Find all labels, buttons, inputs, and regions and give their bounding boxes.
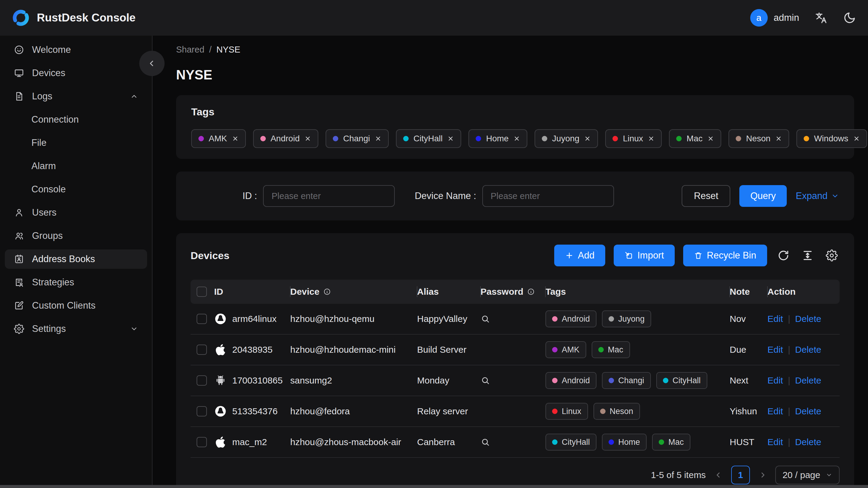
sidebar-item-devices[interactable]: Devices bbox=[5, 63, 147, 83]
table-settings-button[interactable] bbox=[824, 248, 840, 263]
close-icon[interactable] bbox=[375, 135, 381, 142]
avatar[interactable]: a bbox=[750, 9, 768, 27]
tag-chip[interactable]: Changi bbox=[326, 129, 389, 148]
id-filter-label: ID : bbox=[243, 190, 257, 202]
delete-link[interactable]: Delete bbox=[795, 344, 822, 355]
edit-link[interactable]: Edit bbox=[768, 375, 783, 386]
close-icon[interactable] bbox=[775, 135, 782, 142]
close-icon[interactable] bbox=[447, 135, 454, 142]
row-checkbox[interactable] bbox=[196, 406, 207, 417]
breadcrumb-parent[interactable]: Shared bbox=[176, 45, 205, 55]
recycle-bin-button[interactable]: Recycle Bin bbox=[683, 245, 767, 266]
add-device-button[interactable]: Add bbox=[554, 245, 605, 266]
column-header-device[interactable]: Device bbox=[290, 286, 319, 297]
column-header-alias[interactable]: Alias bbox=[417, 286, 439, 297]
sidebar-item-groups[interactable]: Groups bbox=[5, 226, 147, 245]
tag-chip: CityHall bbox=[656, 372, 707, 389]
sidebar-collapse-button[interactable] bbox=[139, 51, 164, 76]
user-menu[interactable]: a admin bbox=[750, 9, 799, 27]
sidebar-item-settings[interactable]: Settings bbox=[5, 319, 147, 338]
magnifier-icon[interactable] bbox=[480, 376, 490, 385]
tag-color-dot bbox=[552, 408, 558, 414]
tag-color-dot bbox=[333, 136, 338, 141]
tag-chip[interactable]: Linux bbox=[605, 129, 662, 148]
horizontal-scrollbar[interactable] bbox=[0, 485, 868, 488]
translate-icon[interactable] bbox=[815, 11, 828, 24]
sidebar-item-logs[interactable]: Logs bbox=[5, 87, 147, 106]
refresh-button[interactable] bbox=[776, 248, 791, 263]
moon-icon[interactable] bbox=[843, 11, 856, 24]
row-checkbox[interactable] bbox=[196, 437, 207, 447]
tag-chip: Juyong bbox=[602, 310, 651, 327]
select-all-checkbox[interactable] bbox=[196, 286, 207, 297]
tag-chip[interactable]: Home bbox=[468, 129, 527, 148]
column-header-id[interactable]: ID bbox=[214, 286, 223, 297]
row-checkbox[interactable] bbox=[196, 375, 207, 386]
delete-link[interactable]: Delete bbox=[795, 375, 822, 386]
sidebar-item-alarm[interactable]: Alarm bbox=[5, 156, 147, 176]
edit-link[interactable]: Edit bbox=[768, 314, 783, 324]
tag-chip[interactable]: Neson bbox=[728, 129, 789, 148]
sidebar-item-strategies[interactable]: Strategies bbox=[5, 273, 147, 292]
density-button[interactable] bbox=[800, 248, 815, 263]
circle-info-icon[interactable] bbox=[323, 288, 331, 296]
circle-info-icon[interactable] bbox=[527, 288, 535, 296]
page-number-button[interactable]: 1 bbox=[731, 466, 750, 484]
sidebar-item-label: Connection bbox=[31, 114, 79, 125]
device-alias: HappyValley bbox=[417, 314, 467, 324]
tag-color-dot bbox=[804, 136, 809, 141]
sidebar-item-custom-clients[interactable]: Custom Clients bbox=[5, 296, 147, 315]
chevron-down-icon bbox=[831, 192, 839, 200]
tag-chip[interactable]: Juyong bbox=[534, 129, 598, 148]
close-icon[interactable] bbox=[648, 135, 654, 142]
query-button[interactable]: Query bbox=[739, 185, 786, 207]
tag-chip[interactable]: Mac bbox=[669, 129, 721, 148]
edit-link[interactable]: Edit bbox=[768, 437, 783, 447]
tag-chip[interactable]: CityHall bbox=[396, 129, 461, 148]
row-checkbox[interactable] bbox=[196, 344, 207, 355]
page-size-select[interactable]: 20 / page bbox=[775, 466, 840, 484]
tag-chip[interactable]: Android bbox=[253, 129, 319, 148]
action-divider: | bbox=[788, 437, 790, 447]
sidebar-item-address-books[interactable]: Address Books bbox=[5, 249, 147, 269]
device-id: 20438935 bbox=[232, 344, 272, 355]
tag-chip[interactable]: AMK bbox=[191, 129, 246, 148]
sidebar-item-users[interactable]: Users bbox=[5, 203, 147, 222]
column-header-note[interactable]: Note bbox=[730, 286, 750, 297]
users-icon bbox=[14, 231, 24, 241]
tag-chip[interactable]: Windows bbox=[797, 129, 867, 148]
sidebar-item-label: Welcome bbox=[32, 44, 71, 55]
delete-link[interactable]: Delete bbox=[795, 406, 822, 417]
tag-color-dot bbox=[600, 408, 606, 414]
next-page-button[interactable] bbox=[758, 471, 767, 479]
sidebar-item-console[interactable]: Console bbox=[5, 180, 147, 199]
user-icon bbox=[14, 208, 24, 218]
column-header-password[interactable]: Password bbox=[480, 286, 523, 297]
import-button[interactable]: Import bbox=[614, 245, 675, 266]
close-icon[interactable] bbox=[304, 135, 311, 142]
previous-page-button[interactable] bbox=[714, 471, 723, 479]
row-checkbox[interactable] bbox=[196, 314, 207, 324]
id-filter-input[interactable] bbox=[263, 185, 395, 207]
sidebar-item-connection[interactable]: Connection bbox=[5, 110, 147, 129]
delete-link[interactable]: Delete bbox=[795, 314, 822, 324]
reset-button[interactable]: Reset bbox=[682, 185, 730, 207]
magnifier-icon[interactable] bbox=[480, 437, 490, 447]
rustdesk-logo-icon bbox=[12, 9, 30, 27]
column-header-tags[interactable]: Tags bbox=[546, 286, 566, 297]
close-icon[interactable] bbox=[584, 135, 591, 142]
close-icon[interactable] bbox=[853, 135, 860, 142]
edit-link[interactable]: Edit bbox=[768, 406, 783, 417]
close-icon[interactable] bbox=[514, 135, 520, 142]
close-icon[interactable] bbox=[232, 135, 239, 142]
delete-link[interactable]: Delete bbox=[795, 437, 822, 447]
tag-chip: Android bbox=[546, 372, 596, 389]
close-icon[interactable] bbox=[707, 135, 714, 142]
edit-link[interactable]: Edit bbox=[768, 344, 783, 355]
sidebar-item-file[interactable]: File bbox=[5, 133, 147, 152]
expand-toggle[interactable]: Expand bbox=[796, 190, 839, 202]
device-note: Due bbox=[730, 344, 746, 355]
sidebar-item-welcome[interactable]: Welcome bbox=[5, 40, 147, 60]
device-name-filter-input[interactable] bbox=[482, 185, 614, 207]
magnifier-icon[interactable] bbox=[480, 314, 490, 324]
